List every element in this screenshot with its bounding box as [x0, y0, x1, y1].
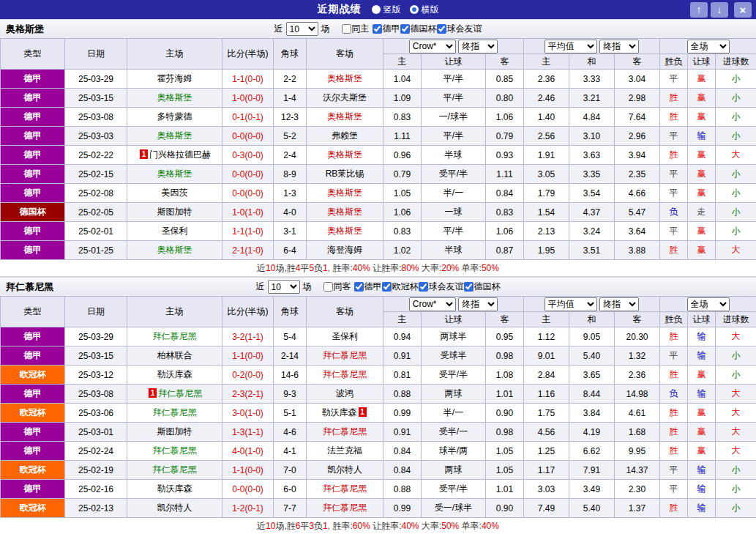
league-checkbox[interactable] — [382, 282, 392, 292]
euro-away-odds: 9.95 — [615, 442, 660, 461]
away-team-cell: 勒沃库森1 — [307, 404, 383, 423]
summary-segment: 60% — [353, 521, 370, 531]
euro-draw-odds: 3.54 — [569, 184, 615, 203]
asian-home-odds: 0.94 — [383, 327, 422, 346]
radio-icon[interactable] — [372, 5, 381, 14]
vertical-layout-radio[interactable]: 竖版 — [372, 4, 401, 16]
result-cell: 负 — [660, 203, 688, 222]
scope-select[interactable]: 全场 — [687, 297, 730, 311]
score-cell: 1-1(0-0) — [222, 461, 274, 480]
league-checkbox[interactable] — [400, 24, 410, 34]
league-checkbox[interactable] — [419, 282, 428, 292]
asian-home-odds: 0.83 — [383, 108, 422, 127]
match-row: 德甲25-03-03奥格斯堡0-0(0-0)5-2弗赖堡1.11平/半0.792… — [1, 127, 756, 146]
result-cell: 平 — [660, 222, 688, 241]
corners-cell: 8-9 — [274, 165, 307, 184]
col-corner: 角球 — [274, 297, 307, 327]
euro-away-odds: 2.36 — [615, 366, 660, 385]
euro-away-odds: 1.32 — [615, 346, 660, 366]
result-cell: 平 — [660, 165, 688, 184]
score-cell: 1-1(0-0) — [222, 70, 274, 89]
close-button[interactable]: × — [734, 2, 752, 18]
league-checkbox[interactable] — [354, 282, 364, 292]
league-filter[interactable]: 德国杯 — [400, 23, 437, 35]
result-cell: 胜 — [660, 442, 688, 461]
scroll-down-button[interactable]: ↓ — [711, 2, 728, 18]
away-team-section: 拜仁慕尼黑 近 10 场 同客 德甲欧冠杯球会友谊德国杯 类型 日期 主场 比 — [0, 277, 756, 534]
same-venue-checkbox[interactable] — [342, 24, 351, 34]
date-cell: 25-02-01 — [65, 222, 127, 241]
asian-handicap: 平/半 — [422, 127, 486, 146]
match-row: 德甲25-03-01斯图加特1-3(1-1)4-6拜仁慕尼黑0.91受半/一0.… — [1, 423, 756, 442]
score-cell: 0-0(0-0) — [222, 165, 274, 184]
corners-cell: 2-4 — [274, 146, 307, 165]
odds-time-select[interactable]: 终指 — [458, 40, 498, 53]
asian-handicap: 两球 — [422, 385, 486, 404]
radio-checked-icon[interactable] — [410, 5, 419, 14]
avg-source-select[interactable]: 平均值 — [544, 297, 597, 311]
league-filter[interactable]: 欧冠杯 — [382, 281, 419, 293]
home-team-cell: 拜仁慕尼黑 — [127, 404, 222, 423]
euro-home-odds: 1.16 — [524, 385, 569, 404]
euro-draw-odds: 5.40 — [569, 499, 615, 518]
cover-cell: 赢 — [688, 108, 716, 127]
home-team-cell: 奥格斯堡 — [127, 127, 222, 146]
score-cell: 0-3(0-0) — [222, 146, 274, 165]
col-score: 比分(半场) — [222, 297, 274, 327]
euro-draw-odds: 3.65 — [569, 366, 615, 385]
home-team-cell: 斯图加特 — [127, 423, 222, 442]
asian-away-odds: 0.90 — [486, 499, 524, 518]
summary-segment: 20% — [441, 263, 459, 273]
euro-draw-odds: 3.35 — [569, 165, 615, 184]
match-count-select[interactable]: 10 — [286, 22, 318, 36]
col-score: 比分(半场) — [222, 39, 274, 70]
result-cell: 平 — [660, 480, 688, 499]
league-cell: 德甲 — [1, 423, 65, 442]
league-checkbox[interactable] — [464, 282, 474, 292]
odds-time-select[interactable]: 终指 — [458, 297, 498, 311]
asian-away-odds: 1.06 — [486, 222, 524, 241]
asian-away-odds: 1.11 — [486, 165, 524, 184]
scope-select[interactable]: 全场 — [687, 40, 730, 53]
league-filter[interactable]: 德甲 — [354, 281, 382, 293]
scroll-up-button[interactable]: ↑ — [690, 2, 708, 18]
euro-draw-odds: 3.24 — [569, 222, 615, 241]
corners-cell: 2-2 — [274, 70, 307, 89]
league-cell: 欧冠杯 — [1, 461, 65, 480]
red-card-icon: 1 — [149, 388, 157, 398]
league-checkbox[interactable] — [437, 24, 446, 34]
asian-home-odds: 0.79 — [383, 165, 422, 184]
summary-segment: 场,胜 — [275, 521, 295, 531]
horizontal-layout-radio[interactable]: 横版 — [410, 4, 439, 16]
col-asian-home: 主 — [383, 312, 422, 327]
date-cell: 25-03-12 — [65, 366, 127, 385]
goals-cell: 大 — [716, 423, 756, 442]
euro-home-odds: 1.95 — [524, 241, 569, 260]
asian-home-odds: 1.05 — [383, 184, 422, 203]
league-filter[interactable]: 球会友谊 — [419, 281, 464, 293]
cover-cell: 赢 — [688, 222, 716, 241]
odds-source-select[interactable]: Crow* — [409, 297, 456, 311]
avg-time-select[interactable]: 终指 — [599, 297, 639, 311]
home-team-cell: 勒沃库森 — [127, 480, 222, 499]
avg-source-select[interactable]: 平均值 — [544, 40, 597, 53]
col-euro-away: 客 — [615, 312, 660, 327]
match-row: 德甲25-02-16勒沃库森0-0(0-0)6-0拜仁慕尼黑0.88受平/半1.… — [1, 480, 756, 499]
league-filter[interactable]: 球会友谊 — [437, 23, 482, 35]
euro-draw-odds: 3.33 — [569, 70, 615, 89]
away-team-cell: 奥格斯堡 — [307, 108, 383, 127]
asian-handicap: 两球 — [422, 461, 486, 480]
same-venue-checkbox[interactable] — [323, 282, 333, 292]
same-venue-filter[interactable]: 同主 — [342, 23, 370, 35]
same-venue-filter[interactable]: 同客 — [323, 281, 351, 293]
result-cell: 平 — [660, 346, 688, 366]
asian-handicap: 受一/球半 — [422, 499, 486, 518]
cover-cell: 输 — [688, 127, 716, 146]
avg-time-select[interactable]: 终指 — [599, 40, 639, 53]
league-checkbox[interactable] — [373, 24, 382, 34]
league-filter[interactable]: 德甲 — [373, 23, 400, 35]
col-asian-away: 客 — [486, 54, 524, 70]
league-filter[interactable]: 德国杯 — [464, 281, 501, 293]
match-count-select[interactable]: 10 — [268, 280, 300, 294]
odds-source-select[interactable]: Crow* — [409, 40, 456, 53]
